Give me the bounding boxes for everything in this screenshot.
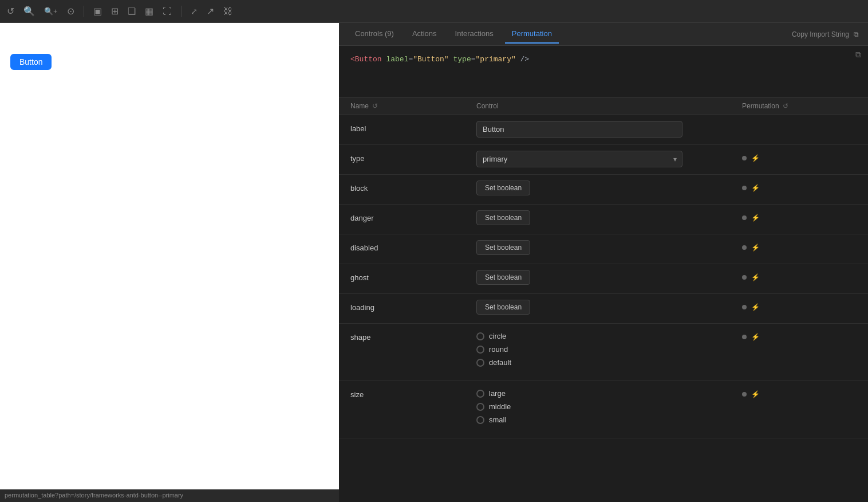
grid-icon[interactable]: ⊞ (111, 6, 119, 17)
size-small-label: small (489, 415, 506, 424)
table-row: shape circle round default (339, 324, 868, 381)
header-control: Control (476, 102, 742, 110)
tab-interactions[interactable]: Interactions (448, 25, 500, 44)
preview-panel: Button permutation_table?path=/story/fra… (0, 23, 339, 502)
row-ghost-permutation: ⚡ (742, 270, 857, 281)
preview-button[interactable]: Button (10, 54, 52, 70)
shape-default-radio (476, 359, 484, 367)
shape-default-option[interactable]: default (476, 358, 742, 367)
shape-default-label: default (489, 358, 511, 367)
code-open-angle: < (350, 55, 355, 64)
size-large-option[interactable]: large (476, 389, 742, 398)
shape-circle-option[interactable]: circle (476, 332, 742, 340)
table-row: size large middle small (339, 381, 868, 438)
size-small-radio (476, 416, 484, 424)
expand-icon[interactable]: ⛶ (163, 6, 172, 17)
header-permutation-label: Permutation (742, 102, 779, 110)
row-loading-control: Set boolean (476, 300, 742, 315)
row-loading-name: loading (350, 300, 476, 312)
shape-round-option[interactable]: round (476, 345, 742, 354)
perm-lightning: ⚡ (751, 214, 760, 222)
perm-dot (742, 215, 747, 220)
code-tag-name: Button (355, 55, 382, 64)
shape-circle-radio (476, 332, 484, 340)
perm-dot (742, 156, 747, 160)
perm-dot (742, 335, 747, 339)
controls-table: Name ↺ Control Permutation ↺ label (339, 97, 868, 502)
perm-lightning: ⚡ (751, 154, 760, 162)
row-type-control: primary default dashed text link ▾ (476, 151, 742, 167)
perm-dot (742, 392, 747, 397)
toolbar-divider-1 (84, 6, 84, 17)
loading-boolean-button[interactable]: Set boolean (476, 300, 530, 315)
right-panel: Controls (9) Actions Interactions Permut… (339, 23, 868, 502)
perm-lightning: ⚡ (751, 333, 760, 341)
fullscreen-icon[interactable]: ⤢ (191, 7, 198, 16)
size-radio-group: large middle small (476, 387, 742, 424)
tab-controls[interactable]: Controls (9) (348, 25, 401, 44)
row-danger-control: Set boolean (476, 210, 742, 225)
shape-circle-label: circle (489, 332, 506, 340)
perm-dot (742, 305, 747, 309)
size-middle-radio (476, 403, 484, 411)
perm-lightning: ⚡ (751, 273, 760, 281)
row-type-name: type (350, 151, 476, 163)
table-header: Name ↺ Control Permutation ↺ (339, 97, 868, 115)
table-row: loading Set boolean ⚡ (339, 294, 868, 324)
toolbar: ↺ 🔍 🔍+ ⊙ ▣ ⊞ ❑ ▦ ⛶ ⤢ ↗ ⛓ (0, 0, 868, 23)
perm-dot (742, 245, 747, 250)
row-ghost-control: Set boolean (476, 270, 742, 285)
disabled-boolean-button[interactable]: Set boolean (476, 240, 530, 255)
block-boolean-button[interactable]: Set boolean (476, 181, 530, 195)
copy-import-string[interactable]: Copy Import String ⧉ (792, 30, 859, 38)
tab-bar: Controls (9) Actions Interactions Permut… (339, 23, 868, 46)
tab-actions[interactable]: Actions (405, 25, 444, 44)
perm-lightning: ⚡ (751, 303, 760, 311)
table-row: ghost Set boolean ⚡ (339, 264, 868, 294)
table-row: block Set boolean ⚡ (339, 175, 868, 205)
row-danger-permutation: ⚡ (742, 210, 857, 222)
header-name: Name ↺ (350, 102, 476, 110)
row-disabled-permutation: ⚡ (742, 240, 857, 252)
perm-dot (742, 186, 747, 190)
copy-import-label: Copy Import String (792, 30, 849, 38)
size-small-option[interactable]: small (476, 415, 742, 424)
type-select[interactable]: primary default dashed text link (476, 151, 682, 167)
label-input[interactable] (476, 121, 682, 138)
perm-lightning: ⚡ (751, 184, 760, 192)
open-external-icon[interactable]: ↗ (207, 6, 214, 17)
size-large-radio (476, 390, 484, 398)
code-copy-icon[interactable]: ⧉ (855, 50, 861, 60)
size-middle-option[interactable]: middle (476, 402, 742, 411)
header-name-refresh[interactable]: ↺ (372, 102, 378, 110)
header-permutation-refresh[interactable]: ↺ (783, 102, 788, 110)
row-shape-control: circle round default (476, 330, 742, 367)
main-layout: Button permutation_table?path=/story/fra… (0, 23, 868, 502)
row-label-name: label (350, 121, 476, 133)
toolbar-divider-2 (181, 6, 182, 17)
ghost-boolean-button[interactable]: Set boolean (476, 270, 530, 285)
image-icon[interactable]: ▣ (93, 6, 102, 17)
danger-boolean-button[interactable]: Set boolean (476, 210, 530, 225)
zoom-fit-icon[interactable]: ⊙ (67, 6, 74, 17)
copy-import-icon: ⧉ (854, 30, 859, 38)
row-block-permutation: ⚡ (742, 181, 857, 192)
shape-round-radio (476, 346, 484, 354)
row-size-control: large middle small (476, 387, 742, 424)
row-disabled-control: Set boolean (476, 240, 742, 255)
preview-footer: permutation_table?path=/story/frameworks… (0, 489, 339, 502)
shape-radio-group: circle round default (476, 330, 742, 367)
code-area: <Button label="Button" type="primary" />… (339, 46, 868, 97)
table-icon[interactable]: ▦ (145, 6, 153, 17)
row-label-control (476, 121, 742, 138)
row-disabled-name: disabled (350, 240, 476, 252)
zoom-out-icon[interactable]: 🔍 (23, 6, 35, 17)
row-danger-name: danger (350, 210, 476, 222)
link-icon[interactable]: ⛓ (223, 6, 232, 17)
row-size-name: size (350, 387, 476, 399)
header-permutation: Permutation ↺ (742, 102, 857, 110)
reset-icon[interactable]: ↺ (7, 6, 14, 17)
layers-icon[interactable]: ❑ (128, 6, 136, 17)
zoom-in-icon[interactable]: 🔍+ (44, 7, 58, 15)
tab-permutation[interactable]: Permutation (505, 25, 559, 44)
